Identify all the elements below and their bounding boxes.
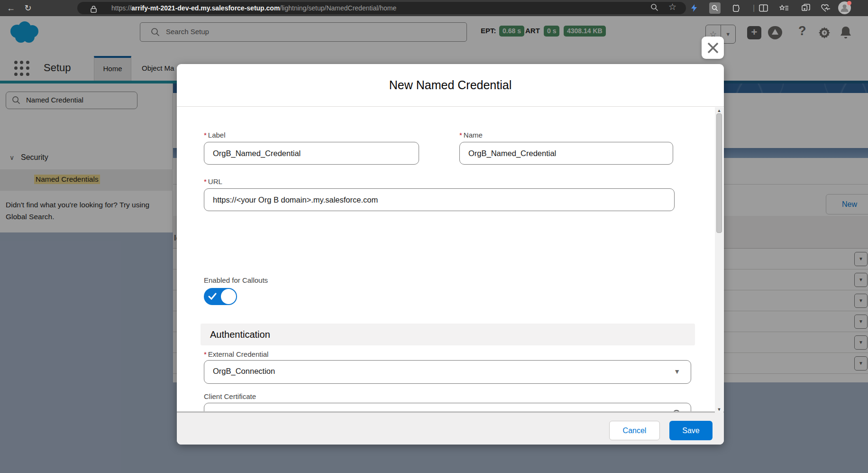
- profile-notification-dot: [847, 1, 851, 5]
- client-certificate-search[interactable]: Search Certificates...: [204, 403, 691, 413]
- modal-close-button[interactable]: [702, 37, 724, 59]
- check-icon: [208, 293, 217, 300]
- scroll-up-icon[interactable]: ▲: [715, 108, 723, 113]
- zoom-page-icon[interactable]: [650, 3, 658, 13]
- section-authentication: Authentication: [201, 324, 695, 345]
- browser-essentials-icon[interactable]: [820, 2, 831, 14]
- name-field-input[interactable]: [459, 142, 673, 165]
- modal-scrollbar[interactable]: ▲ ▼: [715, 107, 723, 413]
- scrollbar-thumb[interactable]: [716, 113, 722, 233]
- scroll-down-icon[interactable]: ▼: [715, 407, 723, 412]
- bookmark-star-icon[interactable]: ☆: [668, 1, 676, 12]
- close-icon: [706, 41, 720, 55]
- tab-groups-icon[interactable]: [800, 2, 812, 14]
- browser-reload-button[interactable]: ↻: [22, 2, 34, 14]
- url-field-label: *URL: [204, 177, 222, 185]
- url-domain: arrify-mt-2021-dev-ed.my.salesforce-setu…: [131, 4, 280, 12]
- modal-header: New Named Credential: [177, 64, 724, 107]
- enabled-for-callouts-toggle[interactable]: [204, 288, 237, 305]
- external-credential-label: *External Credential: [204, 350, 268, 358]
- external-credential-select[interactable]: OrgB_Connection ▼: [204, 360, 691, 384]
- label-field-input[interactable]: [204, 142, 419, 165]
- address-bar[interactable]: https://arrify-mt-2021-dev-ed.my.salesfo…: [77, 2, 686, 14]
- external-credential-value: OrgB_Connection: [213, 367, 275, 376]
- split-screen-icon[interactable]: [758, 2, 769, 14]
- extension-lightning-icon[interactable]: [688, 2, 700, 14]
- collections-icon[interactable]: [778, 2, 790, 14]
- browser-back-button[interactable]: ←: [5, 2, 17, 14]
- cancel-button[interactable]: Cancel: [609, 421, 660, 440]
- search-icon: [672, 409, 683, 413]
- client-certificate-label: Client Certificate: [204, 392, 256, 400]
- url-field-input[interactable]: [204, 188, 675, 211]
- save-button[interactable]: Save: [669, 421, 713, 440]
- browser-chrome: ← ↻ https://arrify-mt-2021-dev-ed.my.sal…: [0, 0, 868, 16]
- url-text: https://arrify-mt-2021-dev-ed.my.salesfo…: [111, 2, 396, 14]
- extensions-menu-icon[interactable]: [730, 2, 741, 14]
- new-named-credential-modal: New Named Credential *Label *Name *URL E…: [177, 64, 724, 445]
- extension-search-icon[interactable]: [709, 2, 721, 14]
- name-field-label: *Name: [459, 131, 483, 139]
- caret-down-icon: ▼: [674, 368, 680, 375]
- browser-profile-avatar[interactable]: [838, 1, 851, 14]
- lock-icon: [91, 4, 97, 17]
- modal-body: *Label *Name *URL Enabled for Callouts A…: [177, 107, 724, 413]
- toggle-knob: [221, 289, 236, 304]
- modal-title: New Named Credential: [177, 78, 724, 92]
- enabled-for-callouts-label: Enabled for Callouts: [204, 276, 268, 284]
- modal-footer: Cancel Save: [177, 413, 724, 445]
- label-field-label: *Label: [204, 131, 226, 139]
